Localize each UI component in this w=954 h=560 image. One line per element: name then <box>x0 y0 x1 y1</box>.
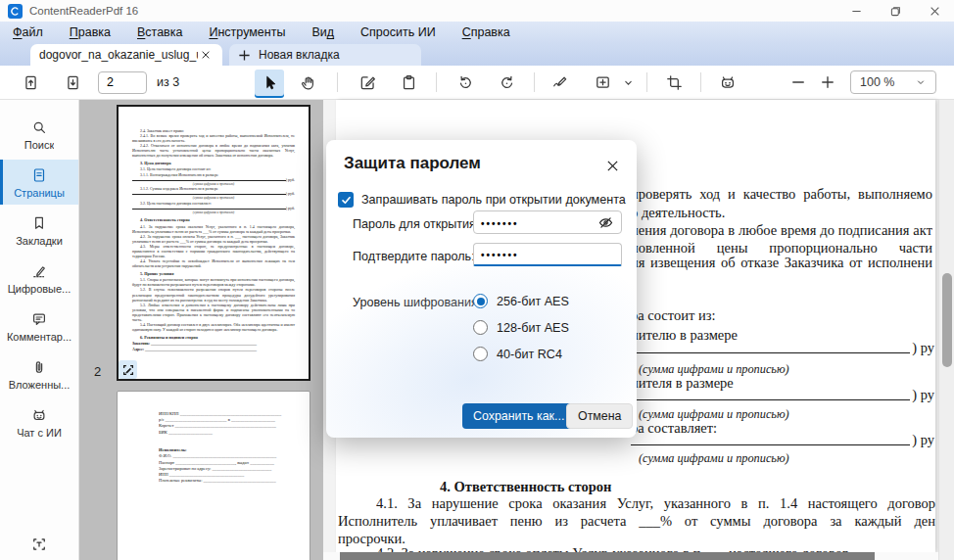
cancel-button[interactable]: Отмена <box>566 403 633 429</box>
document-line: Исполнитель уплачивает пеню из расчета _… <box>338 513 935 530</box>
bookmarks-icon <box>30 214 48 232</box>
document-line: о деятельность. <box>631 205 725 221</box>
menu-view[interactable]: Вид <box>311 25 334 39</box>
ai-assistant-button[interactable] <box>713 70 742 96</box>
titlebar: ContentReaderPdf 16 <box>0 0 954 22</box>
plus-icon <box>238 49 251 62</box>
zoom-level-select[interactable]: 100 % <box>850 70 936 94</box>
comment-dropdown-chevron[interactable] <box>619 70 637 96</box>
password-protection-dialog: Защита паролем Запрашивать пароль при от… <box>326 140 637 438</box>
app-icon <box>8 4 23 19</box>
vertical-scrollbar[interactable] <box>938 100 954 560</box>
ocr-recognize-button[interactable] <box>30 536 48 556</box>
tabbar: dogovor_na_okazanie_uslug_u... Новая вкл… <box>0 43 954 66</box>
sidebar-item-comments[interactable]: Комментар... <box>0 303 78 349</box>
sidebar-item-pages[interactable]: Страницы <box>0 160 78 205</box>
encryption-option-2[interactable]: 128-бит AES <box>473 320 569 335</box>
encryption-level-label: Уровень шифрования: <box>353 296 481 309</box>
add-comment-button[interactable] <box>588 70 617 96</box>
chevron-down-icon <box>915 76 927 88</box>
previous-page-button[interactable] <box>16 70 45 96</box>
page-count-label: из 3 <box>157 75 179 89</box>
confirm-password-input[interactable]: ••••••• <box>473 243 622 266</box>
sidebar-item-ai-chat[interactable]: Чат с ИИ <box>0 399 78 444</box>
sidebar-item-label: Комментар... <box>7 331 72 343</box>
document-line: ия извещения об отказе Заказчика от испо… <box>631 255 932 271</box>
radio-button[interactable] <box>473 347 488 361</box>
thumbnail-panel: 2.4. Заказчик имеет право:2.4.1. Во всяк… <box>79 100 323 560</box>
radio-label: 40-бит RC4 <box>497 348 562 361</box>
menu-edit[interactable]: Правка <box>70 25 111 39</box>
minimize-button[interactable] <box>836 0 876 22</box>
tab-close-icon[interactable] <box>198 47 214 63</box>
document-line: проверять ход и качество работы, выполня… <box>631 186 932 203</box>
menubar: ФайлПравкаВставкаИнструментыВидСпросить … <box>0 22 954 43</box>
page-number-input[interactable] <box>98 71 147 94</box>
radio-button[interactable] <box>473 320 488 335</box>
sidebar-item-attachments[interactable]: Вложенны... <box>0 351 78 397</box>
encryption-option-1[interactable]: 256-бит AES <box>473 294 569 308</box>
new-tab-button[interactable]: Новая вкладка <box>229 44 421 66</box>
require-password-label: Запрашивать пароль при открытии документ… <box>361 193 626 207</box>
hand-tool-button[interactable] <box>293 70 322 96</box>
edit-document-button[interactable] <box>353 70 382 96</box>
zoom-in-button[interactable] <box>813 70 842 96</box>
menu-help[interactable]: Справка <box>462 25 510 39</box>
menu-file[interactable]: Файл <box>13 25 43 39</box>
document-line: ) ру <box>631 339 934 356</box>
document-line: 4.2. За нарушение срока оплаты Услуг, ук… <box>376 545 704 552</box>
document-line: нения договора в любое время до подписан… <box>631 222 932 239</box>
radio-button[interactable] <box>473 294 488 308</box>
document-tab-label: dogovor_na_okazanie_uslug_u... <box>39 48 198 62</box>
document-line: 4. Ответственность сторон <box>440 479 611 495</box>
zoom-out-button[interactable] <box>784 70 813 96</box>
sidebar-item-search[interactable]: Поиск <box>0 112 78 157</box>
rotate-left-button[interactable] <box>451 70 480 96</box>
close-window-button[interactable] <box>915 0 954 22</box>
thumbnail-page-2-number: 2 <box>94 364 101 379</box>
thumbnail-page-3[interactable]: ИНН/КПП ________________________________… <box>117 391 310 560</box>
sidebar-item-digital-signatures[interactable]: Цифровые... <box>0 256 78 301</box>
sidebar-item-label: Поиск <box>24 139 54 151</box>
sidebar-items: ПоискСтраницыЗакладкиЦифровые...Коммента… <box>0 112 78 444</box>
signature-tool-button[interactable] <box>546 70 575 96</box>
eye-off-icon[interactable] <box>597 214 614 231</box>
main-toolbar: из 3 100 % <box>0 66 954 100</box>
radio-label: 256-бит AES <box>497 295 569 308</box>
document-line: 4.1. За нарушение срока оказания Услуг, … <box>376 495 935 512</box>
sidebar-item-label: Страницы <box>14 187 65 199</box>
sidebar-item-label: Цифровые... <box>8 283 72 295</box>
horizontal-scrollbar-thumb[interactable] <box>340 552 875 560</box>
menu-tools[interactable]: Инструменты <box>209 25 285 39</box>
open-password-input[interactable]: ••••••• <box>473 210 622 234</box>
document-tab[interactable]: dogovor_na_okazanie_uslug_u... <box>30 44 222 66</box>
sidebar-item-label: Вложенны... <box>9 379 71 391</box>
save-as-button[interactable]: Сохранить как... <box>462 403 575 429</box>
select-tool-button[interactable] <box>255 70 284 96</box>
open-password-value: ••••••• <box>481 218 597 229</box>
dialog-close-button[interactable] <box>601 155 623 176</box>
document-line: (сумма цифрами и прописью) <box>639 450 789 467</box>
next-page-button[interactable] <box>58 70 87 96</box>
menu-insert[interactable]: Вставка <box>137 25 182 39</box>
maximize-button[interactable] <box>876 0 915 22</box>
encryption-option-3[interactable]: 40-бит RC4 <box>473 347 562 361</box>
sidebar-item-label: Чат с ИИ <box>17 427 62 439</box>
digital-signatures-icon <box>30 262 48 280</box>
edit-page-badge-icon[interactable] <box>119 360 137 379</box>
pages-icon <box>30 166 48 184</box>
document-line: ) ру <box>631 386 934 403</box>
clipboard-paste-button[interactable] <box>394 70 423 96</box>
new-tab-label: Новая вкладка <box>259 48 412 62</box>
ai-chat-icon <box>30 406 48 424</box>
attachments-icon <box>30 358 48 376</box>
require-password-checkbox[interactable] <box>338 192 354 208</box>
menu-ask-ai[interactable]: Спросить ИИ <box>360 25 436 39</box>
sidebar-item-bookmarks[interactable]: Закладки <box>0 208 78 253</box>
vertical-scrollbar-thumb[interactable] <box>942 273 952 367</box>
zoom-level-value: 100 % <box>860 75 894 89</box>
horizontal-scrollbar[interactable] <box>323 552 938 560</box>
crop-tool-button[interactable] <box>659 70 689 96</box>
rotate-right-button[interactable] <box>492 70 521 96</box>
thumbnail-page-2[interactable]: 2.4. Заказчик имеет право:2.4.1. Во всяк… <box>117 105 310 381</box>
